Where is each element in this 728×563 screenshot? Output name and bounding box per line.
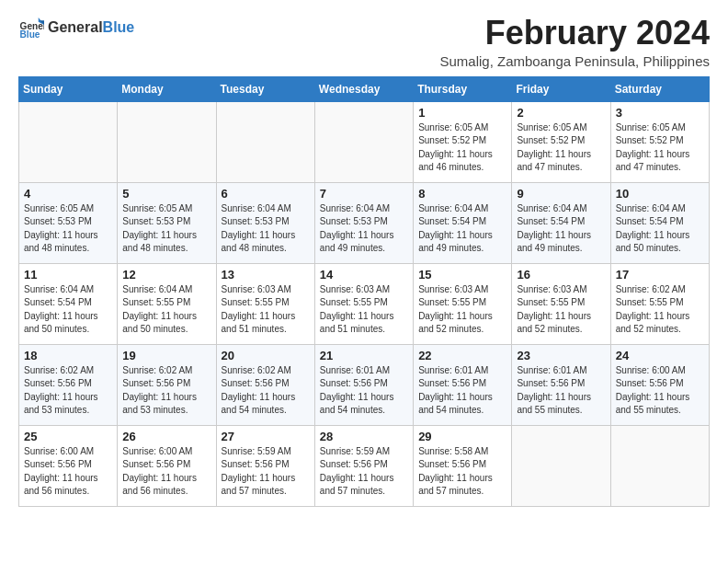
calendar-cell: 26Sunrise: 6:00 AM Sunset: 5:56 PM Dayli… <box>118 425 216 506</box>
day-info: Sunrise: 6:05 AM Sunset: 5:52 PM Dayligh… <box>517 121 605 175</box>
calendar-cell: 9Sunrise: 6:04 AM Sunset: 5:54 PM Daylig… <box>512 182 610 263</box>
day-number: 21 <box>320 349 408 362</box>
day-info: Sunrise: 6:05 AM Sunset: 5:53 PM Dayligh… <box>122 202 210 256</box>
day-number: 14 <box>320 268 408 282</box>
day-number: 10 <box>616 187 704 201</box>
day-info: Sunrise: 6:02 AM Sunset: 5:56 PM Dayligh… <box>222 364 310 418</box>
day-info: Sunrise: 6:02 AM Sunset: 5:56 PM Dayligh… <box>24 364 112 418</box>
location-subtitle: Sumalig, Zamboanga Peninsula, Philippine… <box>439 53 710 69</box>
calendar-cell: 18Sunrise: 6:02 AM Sunset: 5:56 PM Dayli… <box>19 344 118 425</box>
weekday-header-thursday: Thursday <box>414 76 512 101</box>
day-number: 12 <box>122 268 210 282</box>
weekday-header-wednesday: Wednesday <box>314 76 413 101</box>
day-info: Sunrise: 6:03 AM Sunset: 5:55 PM Dayligh… <box>222 283 310 337</box>
day-info: Sunrise: 6:02 AM Sunset: 5:56 PM Dayligh… <box>122 364 210 418</box>
calendar-cell: 4Sunrise: 6:05 AM Sunset: 5:53 PM Daylig… <box>19 182 118 263</box>
month-year-title: February 2024 <box>439 15 710 52</box>
day-info: Sunrise: 6:04 AM Sunset: 5:53 PM Dayligh… <box>320 202 408 256</box>
day-info: Sunrise: 6:04 AM Sunset: 5:53 PM Dayligh… <box>222 202 310 256</box>
calendar-cell: 1Sunrise: 6:05 AM Sunset: 5:52 PM Daylig… <box>414 101 512 182</box>
calendar-cell: 24Sunrise: 6:00 AM Sunset: 5:56 PM Dayli… <box>610 344 709 425</box>
calendar-cell <box>19 101 118 182</box>
day-info: Sunrise: 6:00 AM Sunset: 5:56 PM Dayligh… <box>616 364 704 418</box>
weekday-header-friday: Friday <box>512 76 610 101</box>
calendar-cell: 2Sunrise: 6:05 AM Sunset: 5:52 PM Daylig… <box>512 101 610 182</box>
logo: General Blue GeneralBlue <box>18 15 134 40</box>
day-number: 27 <box>222 430 310 443</box>
calendar-cell: 7Sunrise: 6:04 AM Sunset: 5:53 PM Daylig… <box>314 182 413 263</box>
calendar-cell: 14Sunrise: 6:03 AM Sunset: 5:55 PM Dayli… <box>314 263 413 344</box>
calendar-cell: 28Sunrise: 5:59 AM Sunset: 5:56 PM Dayli… <box>314 425 413 506</box>
day-number: 28 <box>320 430 408 443</box>
calendar-cell: 21Sunrise: 6:01 AM Sunset: 5:56 PM Dayli… <box>314 344 413 425</box>
day-info: Sunrise: 6:02 AM Sunset: 5:55 PM Dayligh… <box>616 283 704 337</box>
day-number: 6 <box>222 187 310 201</box>
day-info: Sunrise: 6:03 AM Sunset: 5:55 PM Dayligh… <box>320 283 408 337</box>
calendar-cell <box>610 425 709 506</box>
calendar-cell: 3Sunrise: 6:05 AM Sunset: 5:52 PM Daylig… <box>610 101 709 182</box>
day-info: Sunrise: 6:04 AM Sunset: 5:55 PM Dayligh… <box>122 283 210 337</box>
day-info: Sunrise: 6:05 AM Sunset: 5:53 PM Dayligh… <box>24 202 112 256</box>
calendar-cell: 16Sunrise: 6:03 AM Sunset: 5:55 PM Dayli… <box>512 263 610 344</box>
calendar-table: SundayMondayTuesdayWednesdayThursdayFrid… <box>18 76 710 507</box>
day-info: Sunrise: 6:04 AM Sunset: 5:54 PM Dayligh… <box>517 202 605 256</box>
calendar-cell: 19Sunrise: 6:02 AM Sunset: 5:56 PM Dayli… <box>118 344 216 425</box>
calendar-cell: 29Sunrise: 5:58 AM Sunset: 5:56 PM Dayli… <box>414 425 512 506</box>
weekday-header-saturday: Saturday <box>610 76 709 101</box>
calendar-cell: 5Sunrise: 6:05 AM Sunset: 5:53 PM Daylig… <box>118 182 216 263</box>
calendar-cell: 22Sunrise: 6:01 AM Sunset: 5:56 PM Dayli… <box>414 344 512 425</box>
day-info: Sunrise: 6:03 AM Sunset: 5:55 PM Dayligh… <box>517 283 605 337</box>
day-info: Sunrise: 5:59 AM Sunset: 5:56 PM Dayligh… <box>320 445 408 499</box>
calendar-cell <box>512 425 610 506</box>
calendar-cell: 23Sunrise: 6:01 AM Sunset: 5:56 PM Dayli… <box>512 344 610 425</box>
title-area: February 2024 Sumalig, Zamboanga Peninsu… <box>439 15 710 69</box>
day-number: 1 <box>418 106 506 120</box>
day-info: Sunrise: 5:59 AM Sunset: 5:56 PM Dayligh… <box>222 445 310 499</box>
day-number: 26 <box>122 430 210 443</box>
day-number: 13 <box>222 268 310 282</box>
day-info: Sunrise: 6:04 AM Sunset: 5:54 PM Dayligh… <box>24 283 112 337</box>
day-number: 19 <box>122 349 210 362</box>
calendar-cell: 10Sunrise: 6:04 AM Sunset: 5:54 PM Dayli… <box>610 182 709 263</box>
day-number: 15 <box>418 268 506 282</box>
day-info: Sunrise: 5:58 AM Sunset: 5:56 PM Dayligh… <box>418 445 506 499</box>
day-number: 17 <box>616 268 704 282</box>
day-number: 18 <box>24 349 112 362</box>
calendar-cell: 27Sunrise: 5:59 AM Sunset: 5:56 PM Dayli… <box>216 425 314 506</box>
calendar-header-row: SundayMondayTuesdayWednesdayThursdayFrid… <box>19 76 710 101</box>
weekday-header-tuesday: Tuesday <box>216 76 314 101</box>
day-number: 2 <box>517 106 605 120</box>
day-number: 25 <box>24 430 112 443</box>
logo-general-text: General <box>48 19 103 35</box>
page-header: General Blue GeneralBlue February 2024 S… <box>18 15 710 69</box>
calendar-cell: 11Sunrise: 6:04 AM Sunset: 5:54 PM Dayli… <box>19 263 118 344</box>
calendar-week-row: 18Sunrise: 6:02 AM Sunset: 5:56 PM Dayli… <box>19 344 710 425</box>
day-info: Sunrise: 6:05 AM Sunset: 5:52 PM Dayligh… <box>616 121 704 175</box>
day-number: 3 <box>616 106 704 120</box>
calendar-cell: 12Sunrise: 6:04 AM Sunset: 5:55 PM Dayli… <box>118 263 216 344</box>
day-info: Sunrise: 6:05 AM Sunset: 5:52 PM Dayligh… <box>418 121 506 175</box>
day-number: 8 <box>418 187 506 201</box>
logo-blue-text: Blue <box>103 19 135 35</box>
weekday-header-monday: Monday <box>118 76 216 101</box>
calendar-cell: 20Sunrise: 6:02 AM Sunset: 5:56 PM Dayli… <box>216 344 314 425</box>
day-number: 24 <box>616 349 704 362</box>
logo-icon: General Blue <box>18 15 44 40</box>
day-number: 7 <box>320 187 408 201</box>
calendar-cell: 17Sunrise: 6:02 AM Sunset: 5:55 PM Dayli… <box>610 263 709 344</box>
day-info: Sunrise: 6:03 AM Sunset: 5:55 PM Dayligh… <box>418 283 506 337</box>
day-number: 11 <box>24 268 112 282</box>
day-number: 29 <box>418 430 506 443</box>
calendar-cell: 13Sunrise: 6:03 AM Sunset: 5:55 PM Dayli… <box>216 263 314 344</box>
calendar-cell: 25Sunrise: 6:00 AM Sunset: 5:56 PM Dayli… <box>19 425 118 506</box>
day-number: 22 <box>418 349 506 362</box>
calendar-cell: 6Sunrise: 6:04 AM Sunset: 5:53 PM Daylig… <box>216 182 314 263</box>
day-number: 16 <box>517 268 605 282</box>
day-info: Sunrise: 6:01 AM Sunset: 5:56 PM Dayligh… <box>517 364 605 418</box>
day-number: 9 <box>517 187 605 201</box>
day-number: 5 <box>122 187 210 201</box>
day-info: Sunrise: 6:00 AM Sunset: 5:56 PM Dayligh… <box>122 445 210 499</box>
calendar-cell: 8Sunrise: 6:04 AM Sunset: 5:54 PM Daylig… <box>414 182 512 263</box>
day-info: Sunrise: 6:01 AM Sunset: 5:56 PM Dayligh… <box>418 364 506 418</box>
calendar-week-row: 25Sunrise: 6:00 AM Sunset: 5:56 PM Dayli… <box>19 425 710 506</box>
